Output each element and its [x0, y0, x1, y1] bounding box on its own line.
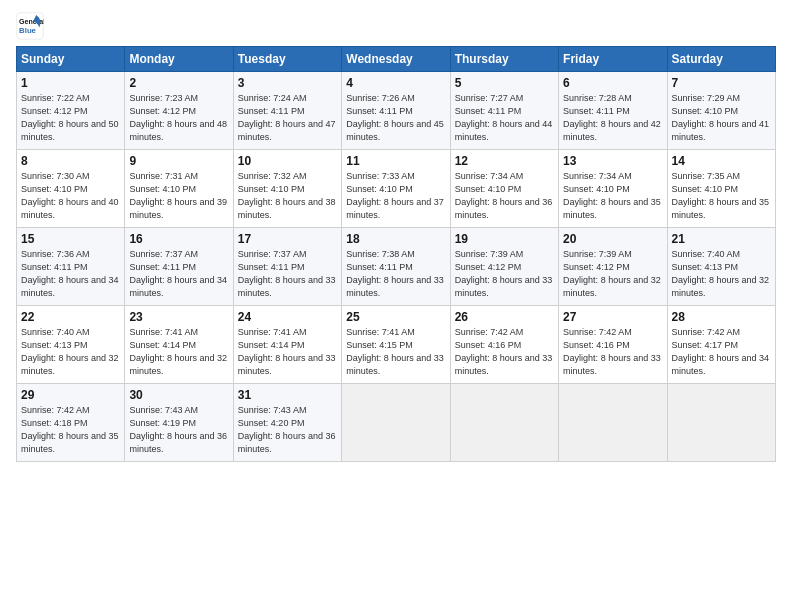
day-info: Sunrise: 7:29 AMSunset: 4:10 PMDaylight:…: [672, 92, 771, 144]
day-number: 12: [455, 154, 554, 168]
day-info: Sunrise: 7:34 AMSunset: 4:10 PMDaylight:…: [455, 170, 554, 222]
calendar-cell: 14Sunrise: 7:35 AMSunset: 4:10 PMDayligh…: [667, 150, 775, 228]
day-info: Sunrise: 7:28 AMSunset: 4:11 PMDaylight:…: [563, 92, 662, 144]
day-number: 18: [346, 232, 445, 246]
day-info: Sunrise: 7:41 AMSunset: 4:14 PMDaylight:…: [238, 326, 337, 378]
day-info: Sunrise: 7:37 AMSunset: 4:11 PMDaylight:…: [129, 248, 228, 300]
col-header-sunday: Sunday: [17, 47, 125, 72]
logo: General Blue: [16, 12, 44, 40]
day-number: 22: [21, 310, 120, 324]
calendar-cell: 10Sunrise: 7:32 AMSunset: 4:10 PMDayligh…: [233, 150, 341, 228]
day-info: Sunrise: 7:38 AMSunset: 4:11 PMDaylight:…: [346, 248, 445, 300]
calendar-week-4: 22Sunrise: 7:40 AMSunset: 4:13 PMDayligh…: [17, 306, 776, 384]
day-number: 7: [672, 76, 771, 90]
calendar-header: SundayMondayTuesdayWednesdayThursdayFrid…: [17, 47, 776, 72]
col-header-thursday: Thursday: [450, 47, 558, 72]
header-row: General Blue: [16, 12, 776, 40]
calendar-cell: 15Sunrise: 7:36 AMSunset: 4:11 PMDayligh…: [17, 228, 125, 306]
day-number: 21: [672, 232, 771, 246]
calendar-body: 1Sunrise: 7:22 AMSunset: 4:12 PMDaylight…: [17, 72, 776, 462]
day-info: Sunrise: 7:34 AMSunset: 4:10 PMDaylight:…: [563, 170, 662, 222]
calendar-cell: 19Sunrise: 7:39 AMSunset: 4:12 PMDayligh…: [450, 228, 558, 306]
day-info: Sunrise: 7:40 AMSunset: 4:13 PMDaylight:…: [21, 326, 120, 378]
calendar-cell: 27Sunrise: 7:42 AMSunset: 4:16 PMDayligh…: [559, 306, 667, 384]
day-info: Sunrise: 7:42 AMSunset: 4:16 PMDaylight:…: [455, 326, 554, 378]
day-number: 10: [238, 154, 337, 168]
day-number: 11: [346, 154, 445, 168]
col-header-friday: Friday: [559, 47, 667, 72]
calendar-cell: 20Sunrise: 7:39 AMSunset: 4:12 PMDayligh…: [559, 228, 667, 306]
day-number: 28: [672, 310, 771, 324]
day-info: Sunrise: 7:41 AMSunset: 4:14 PMDaylight:…: [129, 326, 228, 378]
day-info: Sunrise: 7:22 AMSunset: 4:12 PMDaylight:…: [21, 92, 120, 144]
day-info: Sunrise: 7:35 AMSunset: 4:10 PMDaylight:…: [672, 170, 771, 222]
calendar-cell: 13Sunrise: 7:34 AMSunset: 4:10 PMDayligh…: [559, 150, 667, 228]
calendar-cell: 28Sunrise: 7:42 AMSunset: 4:17 PMDayligh…: [667, 306, 775, 384]
day-info: Sunrise: 7:24 AMSunset: 4:11 PMDaylight:…: [238, 92, 337, 144]
day-number: 5: [455, 76, 554, 90]
calendar-cell: 6Sunrise: 7:28 AMSunset: 4:11 PMDaylight…: [559, 72, 667, 150]
col-header-monday: Monday: [125, 47, 233, 72]
calendar-cell: 29Sunrise: 7:42 AMSunset: 4:18 PMDayligh…: [17, 384, 125, 462]
calendar-cell: 23Sunrise: 7:41 AMSunset: 4:14 PMDayligh…: [125, 306, 233, 384]
calendar-cell: 24Sunrise: 7:41 AMSunset: 4:14 PMDayligh…: [233, 306, 341, 384]
day-info: Sunrise: 7:41 AMSunset: 4:15 PMDaylight:…: [346, 326, 445, 378]
calendar-cell: 21Sunrise: 7:40 AMSunset: 4:13 PMDayligh…: [667, 228, 775, 306]
day-number: 3: [238, 76, 337, 90]
day-number: 9: [129, 154, 228, 168]
day-number: 25: [346, 310, 445, 324]
col-header-wednesday: Wednesday: [342, 47, 450, 72]
day-number: 19: [455, 232, 554, 246]
day-info: Sunrise: 7:23 AMSunset: 4:12 PMDaylight:…: [129, 92, 228, 144]
calendar-cell: 5Sunrise: 7:27 AMSunset: 4:11 PMDaylight…: [450, 72, 558, 150]
calendar-cell: 3Sunrise: 7:24 AMSunset: 4:11 PMDaylight…: [233, 72, 341, 150]
day-info: Sunrise: 7:42 AMSunset: 4:18 PMDaylight:…: [21, 404, 120, 456]
day-info: Sunrise: 7:26 AMSunset: 4:11 PMDaylight:…: [346, 92, 445, 144]
day-info: Sunrise: 7:33 AMSunset: 4:10 PMDaylight:…: [346, 170, 445, 222]
day-info: Sunrise: 7:36 AMSunset: 4:11 PMDaylight:…: [21, 248, 120, 300]
day-number: 13: [563, 154, 662, 168]
day-info: Sunrise: 7:42 AMSunset: 4:16 PMDaylight:…: [563, 326, 662, 378]
calendar-cell: 11Sunrise: 7:33 AMSunset: 4:10 PMDayligh…: [342, 150, 450, 228]
calendar-cell: 26Sunrise: 7:42 AMSunset: 4:16 PMDayligh…: [450, 306, 558, 384]
day-number: 24: [238, 310, 337, 324]
calendar-cell: 9Sunrise: 7:31 AMSunset: 4:10 PMDaylight…: [125, 150, 233, 228]
calendar-cell: 8Sunrise: 7:30 AMSunset: 4:10 PMDaylight…: [17, 150, 125, 228]
calendar-cell: 2Sunrise: 7:23 AMSunset: 4:12 PMDaylight…: [125, 72, 233, 150]
day-number: 29: [21, 388, 120, 402]
day-number: 15: [21, 232, 120, 246]
day-number: 20: [563, 232, 662, 246]
calendar-cell: [450, 384, 558, 462]
calendar-cell: 30Sunrise: 7:43 AMSunset: 4:19 PMDayligh…: [125, 384, 233, 462]
day-info: Sunrise: 7:27 AMSunset: 4:11 PMDaylight:…: [455, 92, 554, 144]
col-header-saturday: Saturday: [667, 47, 775, 72]
day-info: Sunrise: 7:43 AMSunset: 4:19 PMDaylight:…: [129, 404, 228, 456]
calendar-table: SundayMondayTuesdayWednesdayThursdayFrid…: [16, 46, 776, 462]
day-info: Sunrise: 7:40 AMSunset: 4:13 PMDaylight:…: [672, 248, 771, 300]
calendar-cell: 1Sunrise: 7:22 AMSunset: 4:12 PMDaylight…: [17, 72, 125, 150]
day-info: Sunrise: 7:31 AMSunset: 4:10 PMDaylight:…: [129, 170, 228, 222]
calendar-cell: [342, 384, 450, 462]
day-number: 2: [129, 76, 228, 90]
calendar-week-3: 15Sunrise: 7:36 AMSunset: 4:11 PMDayligh…: [17, 228, 776, 306]
calendar-cell: 31Sunrise: 7:43 AMSunset: 4:20 PMDayligh…: [233, 384, 341, 462]
day-info: Sunrise: 7:39 AMSunset: 4:12 PMDaylight:…: [455, 248, 554, 300]
day-number: 26: [455, 310, 554, 324]
calendar-cell: 4Sunrise: 7:26 AMSunset: 4:11 PMDaylight…: [342, 72, 450, 150]
calendar-cell: 18Sunrise: 7:38 AMSunset: 4:11 PMDayligh…: [342, 228, 450, 306]
day-number: 31: [238, 388, 337, 402]
day-number: 27: [563, 310, 662, 324]
calendar-cell: 25Sunrise: 7:41 AMSunset: 4:15 PMDayligh…: [342, 306, 450, 384]
page-container: General Blue SundayMondayTuesdayWednesda…: [0, 0, 792, 472]
logo-icon: General Blue: [16, 12, 44, 40]
col-header-tuesday: Tuesday: [233, 47, 341, 72]
calendar-cell: 16Sunrise: 7:37 AMSunset: 4:11 PMDayligh…: [125, 228, 233, 306]
calendar-cell: [559, 384, 667, 462]
day-info: Sunrise: 7:39 AMSunset: 4:12 PMDaylight:…: [563, 248, 662, 300]
calendar-cell: 22Sunrise: 7:40 AMSunset: 4:13 PMDayligh…: [17, 306, 125, 384]
day-number: 14: [672, 154, 771, 168]
calendar-week-2: 8Sunrise: 7:30 AMSunset: 4:10 PMDaylight…: [17, 150, 776, 228]
day-number: 16: [129, 232, 228, 246]
calendar-week-1: 1Sunrise: 7:22 AMSunset: 4:12 PMDaylight…: [17, 72, 776, 150]
day-number: 30: [129, 388, 228, 402]
